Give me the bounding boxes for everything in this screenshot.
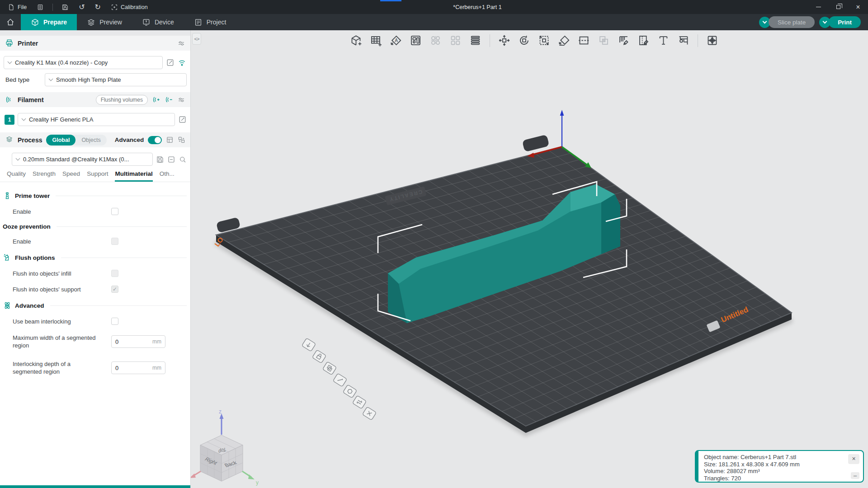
ooze-enable-checkbox[interactable] xyxy=(111,238,118,245)
support-paint-button[interactable] xyxy=(616,33,632,48)
plate-swap-button[interactable] xyxy=(353,395,367,409)
printer-settings-icon[interactable] xyxy=(177,39,185,47)
arrange-button[interactable] xyxy=(408,33,424,48)
viewport-3d[interactable]: CREALITY LO Untitled xyxy=(191,30,868,488)
plate-arrow-button[interactable] xyxy=(302,338,316,352)
plate-rename-button[interactable] xyxy=(333,373,347,387)
remove-filament-icon[interactable] xyxy=(165,95,173,104)
section-divider xyxy=(50,305,187,306)
layers-list-button[interactable] xyxy=(467,33,483,48)
setting-label: Enable xyxy=(13,238,105,245)
wifi-icon[interactable] xyxy=(178,58,186,67)
info-minimize-button[interactable]: – xyxy=(851,472,859,479)
print-button[interactable]: Print xyxy=(829,16,861,28)
tab-device-label: Device xyxy=(155,19,174,26)
settings-list: Prime tower Enable Ooze prevention Enabl… xyxy=(0,182,190,377)
flush-support-checkbox[interactable]: ✓ xyxy=(111,286,118,293)
add-model-button[interactable] xyxy=(348,33,364,48)
recent-files-button[interactable] xyxy=(33,0,48,14)
search-preset-icon[interactable] xyxy=(179,155,187,164)
chevron-down-icon xyxy=(16,156,20,161)
tab-strength[interactable]: Strength xyxy=(33,170,56,182)
scale-button[interactable] xyxy=(536,33,552,48)
plate-duplicate-button[interactable] xyxy=(323,361,337,375)
flushing-volumes-button[interactable]: Flushing volumes xyxy=(96,95,148,105)
tab-prepare[interactable]: Prepare xyxy=(21,14,77,30)
edit-filament-icon[interactable] xyxy=(178,115,187,124)
tab-device[interactable]: Device xyxy=(132,14,184,30)
plate-lock-button[interactable] xyxy=(312,350,326,363)
arrange-icon xyxy=(410,34,422,47)
filament-preset-select[interactable]: Creality HF Generic PLA xyxy=(18,113,175,126)
sidebar-collapse-handle[interactable]: <> xyxy=(192,33,201,45)
chevron-down-icon xyxy=(8,60,12,64)
tab-project[interactable]: Project xyxy=(184,14,236,30)
assembly-button[interactable] xyxy=(704,33,720,48)
tab-multimaterial[interactable]: Multimaterial xyxy=(115,170,152,182)
flush-infill-checkbox[interactable] xyxy=(111,270,118,277)
tab-preview[interactable]: Preview xyxy=(77,14,132,30)
interlock-depth-input[interactable] xyxy=(115,365,147,371)
lay-on-face-button[interactable] xyxy=(556,33,572,48)
setting-row: Enable xyxy=(3,237,187,246)
setting-row: Use beam interlocking xyxy=(3,317,187,326)
tab-others[interactable]: Oth... xyxy=(160,170,175,182)
tab-quality[interactable]: Quality xyxy=(7,170,26,182)
parameter-table-icon[interactable] xyxy=(166,136,174,144)
plate-delete-button[interactable] xyxy=(363,407,377,420)
compare-presets-icon[interactable] xyxy=(178,136,185,144)
file-menu[interactable]: File xyxy=(4,0,31,14)
seam-paint-button[interactable] xyxy=(636,33,651,48)
beam-interlocking-checkbox[interactable] xyxy=(111,318,118,325)
z-axis-arrow xyxy=(560,110,564,116)
max-width-input[interactable] xyxy=(115,338,147,345)
prime-tower-enable-checkbox[interactable] xyxy=(111,208,118,215)
cut-button[interactable] xyxy=(576,33,592,48)
add-plate-button[interactable] xyxy=(368,33,384,48)
process-preset-select[interactable]: 0.20mm Standard @Creality K1Max (0... xyxy=(12,153,153,166)
setting-label: Flush into objects' support xyxy=(13,286,105,293)
rotate-button[interactable] xyxy=(516,33,532,48)
plate-buttons xyxy=(302,338,377,420)
home-button[interactable] xyxy=(0,14,21,30)
svg-text:A: A xyxy=(395,38,398,43)
split-to-objects-button[interactable] xyxy=(428,33,443,48)
scope-objects-button[interactable]: Objects xyxy=(75,135,106,145)
setting-row: Flush into objects' support ✓ xyxy=(3,285,187,294)
redo-button[interactable]: ↻ xyxy=(91,0,105,14)
slice-plate-button[interactable]: Slice plate xyxy=(769,16,815,28)
auto-orient-button[interactable]: A xyxy=(388,33,404,48)
setting-row: Interlocking depth of a segmented region… xyxy=(3,359,187,377)
restore-button[interactable] xyxy=(828,0,848,14)
close-button[interactable]: × xyxy=(848,0,868,14)
move-button[interactable] xyxy=(496,33,512,48)
split-to-parts-button[interactable] xyxy=(448,33,463,48)
advanced-toggle[interactable] xyxy=(148,136,162,144)
bed-type-label: Bed type xyxy=(5,76,42,83)
add-filament-icon[interactable] xyxy=(152,95,160,104)
bed-type-select[interactable]: Smooth High Temp Plate xyxy=(45,73,187,86)
measure-button[interactable] xyxy=(675,33,691,48)
split-to-objects-icon xyxy=(429,34,442,47)
titlebar-accent-strip xyxy=(380,0,401,1)
section-divider xyxy=(56,196,187,196)
minimize-button[interactable] xyxy=(808,0,828,14)
scope-global-button[interactable]: Global xyxy=(46,135,75,145)
prime-tower-section: Prime tower xyxy=(3,191,187,200)
plate-settings-button[interactable] xyxy=(343,385,357,398)
edit-printer-icon[interactable] xyxy=(166,58,175,67)
save-preset-icon[interactable] xyxy=(156,155,164,164)
undo-button[interactable]: ↺ xyxy=(75,0,89,14)
delete-preset-icon[interactable] xyxy=(167,155,175,164)
filament-settings-icon[interactable] xyxy=(177,96,185,104)
calibration-button[interactable]: Calibration xyxy=(107,0,152,14)
navigation-cube[interactable]: Top Right Back z x y xyxy=(191,408,259,486)
printer-preset-select[interactable]: Creality K1 Max (0.4 nozzle) - Copy xyxy=(4,56,163,69)
save-button[interactable] xyxy=(57,0,73,14)
boolean-button[interactable] xyxy=(596,33,612,48)
printer-icon xyxy=(5,39,14,47)
tab-speed[interactable]: Speed xyxy=(62,170,80,182)
info-close-button[interactable]: × xyxy=(848,454,859,464)
tab-support[interactable]: Support xyxy=(87,170,108,182)
text-tool-button[interactable] xyxy=(656,33,671,48)
